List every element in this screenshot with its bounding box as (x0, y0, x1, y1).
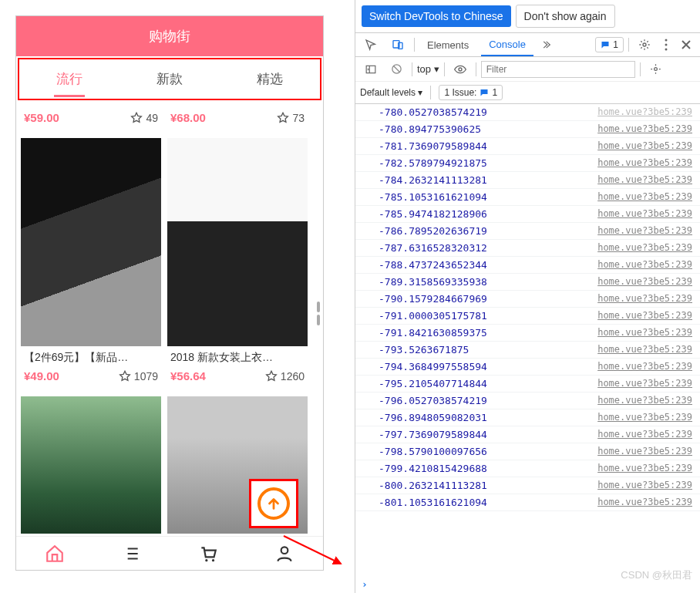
log-value: -781.7369079589844 (379, 140, 487, 152)
log-source-link[interactable]: home.vue?3be5:239 (597, 157, 692, 169)
console-log-row[interactable]: -795.2105407714844home.vue?3be5:239 (355, 376, 700, 393)
log-value: -785.1053161621094 (379, 191, 487, 203)
log-source-link[interactable]: home.vue?3be5:239 (597, 310, 692, 322)
console-log-row[interactable]: -791.0000305175781home.vue?3be5:239 (355, 308, 700, 325)
console-log-row[interactable]: -793.5263671875home.vue?3be5:239 (355, 342, 700, 359)
category-tabs: 流行 新款 精选 (18, 58, 321, 100)
log-source-link[interactable]: home.vue?3be5:239 (597, 446, 692, 457)
product-card[interactable]: 2018 新款女装上衣… ¥56.64 1260 (167, 138, 308, 390)
console-log-row[interactable]: -784.2632141113281home.vue?3be5:239 (355, 172, 700, 189)
fav-count: 1079 (119, 370, 158, 382)
nav-cart[interactable] (170, 537, 247, 570)
inspect-icon[interactable] (360, 35, 382, 54)
console-log-row[interactable]: -798.5790100097656home.vue?3be5:239 (355, 443, 700, 460)
filter-input[interactable] (481, 61, 635, 78)
console-log-row[interactable]: -789.3158569335938home.vue?3be5:239 (355, 274, 700, 291)
console-log-row[interactable]: -788.4737243652344home.vue?3be5:239 (355, 257, 700, 274)
settings-icon[interactable] (634, 35, 655, 54)
console-log-row[interactable]: -781.7369079589844home.vue?3be5:239 (355, 138, 700, 155)
console-log-row[interactable]: -790.1579284667969home.vue?3be5:239 (355, 291, 700, 308)
console-log-row[interactable]: -785.9474182128906home.vue?3be5:239 (355, 206, 700, 223)
tab-elements[interactable]: Elements (419, 35, 476, 56)
log-levels-selector[interactable]: Default levels ▾ (360, 87, 422, 98)
issues-badge[interactable]: 1 Issue: 1 (439, 85, 503, 100)
log-source-link[interactable]: home.vue?3be5:239 (597, 497, 692, 508)
log-source-link[interactable]: home.vue?3be5:239 (597, 327, 692, 339)
log-source-link[interactable]: home.vue?3be5:239 (597, 276, 692, 288)
scroll-indicator (317, 302, 320, 325)
log-source-link[interactable]: home.vue?3be5:239 (597, 395, 692, 406)
log-source-link[interactable]: home.vue?3be5:239 (597, 225, 692, 237)
nav-category[interactable] (93, 537, 170, 570)
console-log-row[interactable]: -799.4210815429688home.vue?3be5:239 (355, 460, 700, 477)
log-source-link[interactable]: home.vue?3be5:239 (597, 293, 692, 305)
back-to-top-button[interactable] (249, 479, 298, 528)
log-source-link[interactable]: home.vue?3be5:239 (597, 242, 692, 254)
log-source-link[interactable]: home.vue?3be5:239 (597, 463, 692, 474)
more-tabs-icon[interactable] (538, 36, 558, 53)
log-value: -794.3684997558594 (379, 361, 487, 372)
log-source-link[interactable]: home.vue?3be5:239 (597, 378, 692, 389)
fav-count: 73 (277, 112, 305, 124)
svg-point-13 (654, 68, 657, 71)
product-card[interactable]: 【2件69元】【新品… ¥49.00 1079 (21, 138, 161, 390)
log-source-link[interactable]: home.vue?3be5:239 (597, 344, 692, 355)
console-log-row[interactable]: -787.6316528320312home.vue?3be5:239 (355, 240, 700, 257)
context-selector[interactable]: top ▾ (417, 63, 439, 75)
star-icon (130, 112, 143, 124)
product-card[interactable] (21, 396, 161, 534)
console-log-row[interactable]: -794.3684997558594home.vue?3be5:239 (355, 359, 700, 376)
product-image (21, 138, 161, 346)
live-expression-icon[interactable] (449, 62, 471, 77)
nav-profile[interactable] (247, 537, 324, 570)
messages-badge[interactable]: 1 (595, 37, 624, 52)
product-card[interactable]: ¥68.00 73 (167, 106, 308, 132)
clear-console-icon[interactable] (386, 60, 407, 78)
console-output[interactable]: -780.0527038574219home.vue?3be5:239-780.… (355, 104, 700, 575)
console-log-row[interactable]: -791.8421630859375home.vue?3be5:239 (355, 325, 700, 342)
tab-new[interactable]: 新款 (119, 59, 220, 99)
console-log-row[interactable]: -801.1053161621094home.vue?3be5:239 (355, 494, 700, 511)
console-log-row[interactable]: -796.8948059082031home.vue?3be5:239 (355, 409, 700, 426)
close-icon[interactable] (677, 37, 695, 52)
device-toggle-icon[interactable] (386, 35, 409, 54)
log-source-link[interactable]: home.vue?3be5:239 (597, 259, 692, 271)
svg-point-1 (212, 559, 214, 561)
product-image (167, 138, 308, 346)
console-prompt[interactable]: › (355, 575, 700, 593)
console-settings-icon[interactable] (645, 60, 666, 78)
log-source-link[interactable]: home.vue?3be5:239 (597, 140, 692, 152)
console-log-row[interactable]: -786.7895202636719home.vue?3be5:239 (355, 223, 700, 240)
log-source-link[interactable]: home.vue?3be5:239 (597, 412, 692, 423)
console-log-row[interactable]: -785.1053161621094home.vue?3be5:239 (355, 189, 700, 206)
log-source-link[interactable]: home.vue?3be5:239 (597, 480, 692, 491)
log-source-link[interactable]: home.vue?3be5:239 (597, 429, 692, 440)
console-log-row[interactable]: -796.0527038574219home.vue?3be5:239 (355, 393, 700, 409)
console-log-row[interactable]: -780.0527038574219home.vue?3be5:239 (355, 104, 700, 121)
console-log-row[interactable]: -797.7369079589844home.vue?3be5:239 (355, 426, 700, 443)
console-log-row[interactable]: -782.5789794921875home.vue?3be5:239 (355, 155, 700, 172)
log-source-link[interactable]: home.vue?3be5:239 (597, 123, 692, 135)
tab-popular[interactable]: 流行 (19, 59, 119, 99)
dont-show-again-button[interactable]: Don't show again (516, 5, 615, 28)
log-source-link[interactable]: home.vue?3be5:239 (597, 208, 692, 220)
log-value: -799.4210815429688 (379, 463, 487, 474)
bottom-nav (16, 536, 323, 570)
svg-rect-10 (366, 66, 375, 72)
console-log-row[interactable]: -780.894775390625home.vue?3be5:239 (355, 121, 700, 138)
log-source-link[interactable]: home.vue?3be5:239 (597, 174, 692, 186)
log-source-link[interactable]: home.vue?3be5:239 (597, 191, 692, 203)
svg-point-7 (665, 39, 668, 42)
more-icon[interactable] (660, 35, 672, 54)
switch-language-button[interactable]: Switch DevTools to Chinese (362, 5, 511, 27)
sidebar-toggle-icon[interactable] (360, 61, 382, 78)
product-card[interactable]: ¥59.00 49 (21, 106, 161, 132)
tab-console[interactable]: Console (481, 34, 533, 56)
product-list[interactable]: ¥59.00 49 ¥68.00 73 (16, 102, 323, 534)
log-source-link[interactable]: home.vue?3be5:239 (597, 106, 692, 118)
console-log-row[interactable]: -800.2632141113281home.vue?3be5:239 (355, 477, 700, 494)
log-value: -789.3158569335938 (379, 276, 487, 288)
tab-featured[interactable]: 精选 (220, 59, 320, 99)
log-source-link[interactable]: home.vue?3be5:239 (597, 361, 692, 372)
nav-home[interactable] (16, 537, 93, 570)
